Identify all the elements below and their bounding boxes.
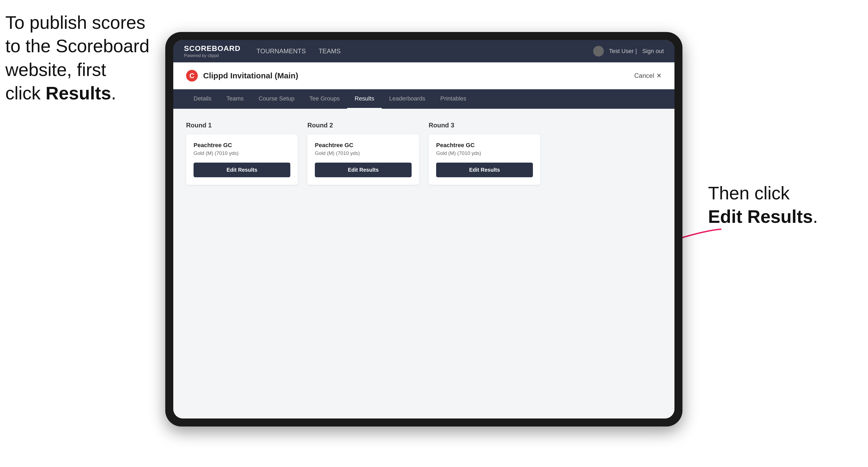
sign-out-link[interactable]: Sign out bbox=[642, 48, 664, 55]
tournament-title-row: C Clippd Invitational (Main) bbox=[186, 70, 298, 82]
round-2-course-name: Peachtree GC bbox=[315, 142, 412, 149]
logo-text: SCOREBOARD bbox=[184, 44, 241, 53]
round-2-edit-results-button[interactable]: Edit Results bbox=[315, 163, 412, 177]
top-nav-right: Test User | Sign out bbox=[593, 46, 664, 57]
main-content: Round 1 Peachtree GC Gold (M) (7010 yds)… bbox=[173, 109, 675, 418]
round-2-column: Round 2 Peachtree GC Gold (M) (7010 yds)… bbox=[307, 122, 419, 185]
round-3-edit-results-button[interactable]: Edit Results bbox=[436, 163, 533, 177]
round-3-course-name: Peachtree GC bbox=[436, 142, 533, 149]
user-name: Test User | bbox=[609, 48, 637, 55]
left-instruction: To publish scores to the Scoreboard webs… bbox=[5, 11, 155, 105]
round-4-column-empty bbox=[550, 122, 662, 185]
right-instruction: Then click Edit Results. bbox=[708, 181, 863, 228]
round-1-edit-results-button[interactable]: Edit Results bbox=[193, 163, 290, 177]
round-3-card: Peachtree GC Gold (M) (7010 yds) Edit Re… bbox=[429, 134, 540, 185]
round-2-label: Round 2 bbox=[307, 122, 419, 129]
round-2-course-details: Gold (M) (7010 yds) bbox=[315, 150, 412, 156]
logo-subtitle: Powered by clippd bbox=[184, 53, 241, 58]
tournament-name: Clippd Invitational (Main) bbox=[203, 71, 298, 80]
tab-course-setup[interactable]: Course Setup bbox=[251, 89, 302, 109]
tournament-icon: C bbox=[186, 70, 198, 82]
tablet-frame: SCOREBOARD Powered by clippd TOURNAMENTS… bbox=[165, 32, 682, 427]
round-1-label: Round 1 bbox=[186, 122, 298, 129]
round-1-course-name: Peachtree GC bbox=[193, 142, 290, 149]
tournament-header: C Clippd Invitational (Main) Cancel ✕ bbox=[173, 62, 675, 89]
tab-results[interactable]: Results bbox=[347, 89, 381, 109]
nav-tournaments[interactable]: TOURNAMENTS bbox=[256, 48, 306, 55]
round-3-column: Round 3 Peachtree GC Gold (M) (7010 yds)… bbox=[429, 122, 540, 185]
tab-printables[interactable]: Printables bbox=[433, 89, 474, 109]
tab-nav: Details Teams Course Setup Tee Groups Re… bbox=[173, 89, 675, 109]
tab-leaderboards[interactable]: Leaderboards bbox=[382, 89, 433, 109]
nav-teams[interactable]: TEAMS bbox=[318, 48, 341, 55]
logo-area: SCOREBOARD Powered by clippd bbox=[184, 44, 241, 58]
top-nav: SCOREBOARD Powered by clippd TOURNAMENTS… bbox=[173, 40, 675, 62]
tab-tee-groups[interactable]: Tee Groups bbox=[302, 89, 347, 109]
nav-links: TOURNAMENTS TEAMS bbox=[256, 48, 593, 55]
rounds-grid: Round 1 Peachtree GC Gold (M) (7010 yds)… bbox=[186, 122, 662, 185]
round-1-course-details: Gold (M) (7010 yds) bbox=[193, 150, 290, 156]
round-1-card: Peachtree GC Gold (M) (7010 yds) Edit Re… bbox=[186, 134, 298, 185]
tab-details[interactable]: Details bbox=[186, 89, 219, 109]
cancel-button[interactable]: Cancel ✕ bbox=[634, 72, 662, 80]
round-2-card: Peachtree GC Gold (M) (7010 yds) Edit Re… bbox=[307, 134, 419, 185]
tab-teams[interactable]: Teams bbox=[219, 89, 251, 109]
cancel-icon: ✕ bbox=[656, 72, 662, 80]
round-1-column: Round 1 Peachtree GC Gold (M) (7010 yds)… bbox=[186, 122, 298, 185]
user-avatar bbox=[593, 46, 604, 57]
round-3-course-details: Gold (M) (7010 yds) bbox=[436, 150, 533, 156]
round-3-label: Round 3 bbox=[429, 122, 540, 129]
tablet-screen: SCOREBOARD Powered by clippd TOURNAMENTS… bbox=[173, 40, 675, 418]
